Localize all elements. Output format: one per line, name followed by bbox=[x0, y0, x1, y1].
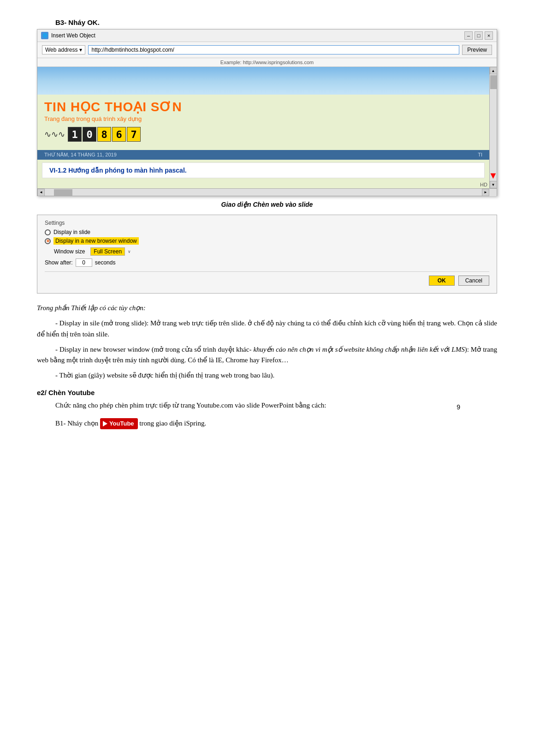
date-text: THỨ NĂM, 14 THÁNG 11, 2019 bbox=[44, 152, 117, 157]
minimize-button[interactable]: – bbox=[464, 31, 473, 40]
caption: Giao diện Chèn web vào slide bbox=[37, 201, 497, 208]
b1-start: B1- Nháy chọn bbox=[55, 420, 100, 427]
insert-web-object-dialog: 🌐 Insert Web Object – □ × Web address ▾ … bbox=[37, 29, 497, 196]
display-in-browser-radio[interactable] bbox=[45, 238, 51, 244]
page-number: 9 bbox=[457, 403, 460, 411]
website-sky-banner bbox=[37, 67, 489, 95]
youtube-label: YouTube bbox=[109, 419, 134, 428]
e2-para: Chức năng cho phép chèn phim trực tiếp t… bbox=[37, 400, 497, 411]
para2-italic: khuyến cáo nên chọn vì một số website kh… bbox=[253, 346, 464, 353]
date-bar: THỨ NĂM, 14 THÁNG 11, 2019 TI bbox=[37, 150, 489, 160]
dialog-title: Insert Web Object bbox=[51, 32, 95, 39]
scroll-left-button[interactable]: ◄ bbox=[37, 189, 45, 196]
show-after-label: Show after: bbox=[45, 259, 73, 266]
maximize-button[interactable]: □ bbox=[475, 31, 483, 40]
counter-digit-5: 7 bbox=[127, 127, 141, 142]
display-in-browser-label: Display in a new browser window bbox=[53, 237, 139, 245]
ti-label: TI bbox=[478, 152, 482, 157]
settings-buttons: OK Cancel bbox=[45, 271, 489, 286]
scroll-red-arrow-icon: ▼ bbox=[489, 170, 498, 181]
h-scroll-thumb[interactable] bbox=[54, 189, 72, 196]
website-main-content: TIN HỌC THOẠI SƠN Trang đang trong quá t… bbox=[37, 95, 489, 146]
seconds-label: seconds bbox=[95, 259, 116, 266]
website-post: VI-1.2 Hướng dẫn phóng to màn hình pasca… bbox=[42, 162, 485, 178]
show-after-row: Show after: seconds bbox=[45, 258, 489, 267]
window-size-label: Window size bbox=[54, 248, 85, 255]
scroll-corner bbox=[489, 189, 497, 196]
counter-digit-2: 0 bbox=[83, 127, 96, 142]
scroll-thumb[interactable] bbox=[490, 75, 497, 89]
page-content: B3- Nháy OK. 🌐 Insert Web Object – □ × W… bbox=[37, 18, 497, 429]
body-para2: - Display in new browser window (mở tron… bbox=[37, 344, 497, 366]
b1-end: trong giao diện iSpring. bbox=[139, 420, 206, 427]
counter-row: ∿∿∿ 1 0 8 6 7 bbox=[44, 127, 482, 142]
dropdown-arrow-icon: ▾ bbox=[79, 47, 82, 53]
preview-button[interactable]: Preview bbox=[462, 45, 492, 55]
body-intro: Trong phần Thiết lập có các tùy chọn: bbox=[37, 303, 497, 313]
website-title: TIN HỌC THOẠI SƠN bbox=[44, 99, 482, 114]
hd-label-row: HD bbox=[37, 181, 489, 188]
para2-start: - Display in new browser window (mở tron… bbox=[55, 346, 253, 353]
e2-heading: e2/ Chèn Youtube bbox=[37, 389, 497, 396]
show-after-input[interactable] bbox=[76, 258, 92, 267]
dialog-titlebar-left: 🌐 Insert Web Object bbox=[41, 32, 95, 39]
settings-title: Settings bbox=[45, 220, 489, 226]
counter-digit-1: 1 bbox=[68, 127, 82, 142]
display-in-slide-option[interactable]: Display in slide bbox=[45, 229, 489, 235]
address-bar: Web address ▾ Preview bbox=[37, 42, 497, 58]
display-in-browser-option[interactable]: Display in a new browser window bbox=[45, 237, 489, 245]
dialog-icon: 🌐 bbox=[41, 32, 48, 39]
close-button[interactable]: × bbox=[485, 31, 493, 40]
settings-dialog: Settings Display in slide Display in a n… bbox=[37, 215, 497, 294]
scroll-track bbox=[45, 189, 482, 196]
body-para1: - Display in sile (mở trong slide): Mở t… bbox=[37, 318, 497, 340]
post-title: VI-1.2 Hướng dẫn phóng to màn hình pasca… bbox=[49, 167, 477, 174]
counter-digit-4: 6 bbox=[112, 127, 126, 142]
cancel-button[interactable]: Cancel bbox=[458, 276, 489, 286]
display-in-slide-label: Display in slide bbox=[53, 229, 90, 235]
fullscreen-dropdown-arrow[interactable]: ∨ bbox=[128, 249, 131, 254]
youtube-badge: YouTube bbox=[100, 418, 138, 429]
b1-row: B1- Nháy chọn YouTube trong giao diện iS… bbox=[55, 418, 497, 430]
horizontal-scrollbar[interactable]: ◄ ► bbox=[37, 188, 497, 196]
hd-label: HD bbox=[480, 182, 487, 187]
window-size-row: Window size Full Screen ∨ bbox=[54, 247, 489, 256]
counter-digit-3: 8 bbox=[97, 127, 111, 142]
dialog-titlebar: 🌐 Insert Web Object – □ × bbox=[37, 30, 497, 42]
website-content-wrapper: TIN HỌC THOẠI SƠN Trang đang trong quá t… bbox=[37, 67, 489, 188]
youtube-play-icon bbox=[103, 421, 107, 426]
fullscreen-select[interactable]: Full Screen bbox=[90, 247, 125, 256]
body-para3: - Thời gian (giây) website sẽ được hiển … bbox=[37, 370, 497, 381]
counter-wave-icon: ∿∿∿ bbox=[44, 129, 65, 139]
website-preview-area: TIN HỌC THOẠI SƠN Trang đang trong quá t… bbox=[37, 67, 497, 188]
b3-heading: B3- Nháy OK. bbox=[55, 18, 497, 26]
url-input[interactable] bbox=[88, 45, 459, 54]
scroll-down-button[interactable]: ▼ bbox=[490, 181, 497, 188]
scroll-up-button[interactable]: ▲ bbox=[490, 67, 497, 74]
dialog-controls: – □ × bbox=[464, 31, 493, 40]
website-subtitle: Trang đang trong quá trình xây dựng bbox=[44, 115, 482, 122]
intro-italic: Trong phần Thiết lập có các tùy chọn: bbox=[37, 304, 146, 312]
website-preview: TIN HỌC THOẠI SƠN Trang đang trong quá t… bbox=[37, 67, 489, 188]
web-address-dropdown[interactable]: Web address ▾ bbox=[42, 45, 85, 54]
display-in-slide-radio[interactable] bbox=[45, 229, 51, 235]
example-text: Example: http://www.ispringsolutions.com bbox=[37, 58, 497, 67]
vertical-scrollbar[interactable]: ▲ ▼ ▼ bbox=[489, 67, 497, 188]
scroll-right-button[interactable]: ► bbox=[482, 189, 489, 196]
scroll-red-arrow-container: ▼ bbox=[489, 170, 498, 181]
ok-button[interactable]: OK bbox=[429, 276, 455, 286]
address-label: Web address bbox=[45, 47, 77, 53]
